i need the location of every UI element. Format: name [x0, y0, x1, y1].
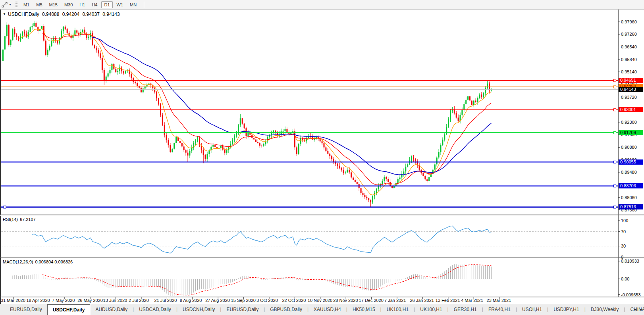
timeframe-button-h1[interactable]: H1 — [77, 1, 88, 8]
trendline-tool-icon — [2, 2, 8, 8]
trendline-tool-button[interactable]: ▼ — [2, 2, 12, 8]
chart-tabs-bar: EURUSD,DailyUSDCHF,DailyAUDUSD,Daily|USD… — [0, 304, 644, 315]
timeframe-toolbar: ▼ M1M5M15M30H1H4D1W1MN — [0, 0, 644, 10]
timeframe-button-m30[interactable]: M30 — [62, 1, 75, 8]
dropdown-caret-icon[interactable]: ▼ — [9, 3, 12, 6]
chart-tab-usoil-h1[interactable]: USOil,H1 — [517, 304, 547, 315]
chart-tab-usdcnh-daily[interactable]: USDCNH,Daily — [177, 304, 220, 315]
timeframe-buttons: M1M5M15M30H1H4D1W1MN — [21, 1, 141, 8]
chart-stage: ▼ USDCHF,Daily 0.94088 0.94204 0.94037 0… — [0, 0, 644, 315]
mt4-window: ▼ M1M5M15M30H1H4D1W1MN ▼ USDCHF,Daily 0.… — [0, 0, 644, 315]
chart-tab-gbpusd-daily[interactable]: GBPUSD,Daily — [265, 304, 307, 315]
chart-tab-hk50-m15[interactable]: HK50,M15 — [347, 304, 380, 315]
toolbar-separator — [144, 2, 144, 8]
chart-tab-eurusd-daily[interactable]: EURUSD,Daily — [221, 304, 264, 315]
chart-tabs: EURUSD,DailyUSDCHF,DailyAUDUSD,Daily|USD… — [5, 304, 644, 315]
timeframe-button-mn[interactable]: MN — [127, 1, 139, 8]
timeframe-button-m5[interactable]: M5 — [33, 1, 45, 8]
timeframe-button-d1[interactable]: D1 — [101, 1, 112, 8]
toolbar-grip-handle[interactable] — [15, 2, 17, 8]
chart-tab-xauusd-h4[interactable]: XAUUSD,H4 — [309, 304, 346, 315]
chart-tab-usdchf-daily[interactable]: USDCHF,Daily — [47, 304, 91, 315]
chart-tab-ger30-h1[interactable]: GER30,H1 — [449, 304, 482, 315]
chart-tab-uk100-h1[interactable]: UK100,H1 — [415, 304, 447, 315]
chart-tab-usdjpy-h1[interactable]: USDJPY,H1 — [548, 304, 584, 315]
timeframe-button-m15[interactable]: M15 — [46, 1, 60, 8]
price-chart-svg[interactable] — [0, 0, 644, 315]
chart-tab-dj30-weekly[interactable]: DJ30,Weekly — [586, 304, 624, 315]
chart-tab-eurusd-daily[interactable]: EURUSD,Daily — [5, 304, 47, 315]
chart-tab-uk100-h1[interactable]: UK100,H1 — [382, 304, 414, 315]
chart-tab-usdcad-daily[interactable]: USDCAD,Daily — [134, 304, 176, 315]
tab-scroll-left-icon[interactable]: ◄ — [633, 307, 637, 311]
chart-tab-fra40-h1[interactable]: FRA40,H1 — [483, 304, 516, 315]
timeframe-button-h4[interactable]: H4 — [89, 1, 100, 8]
tab-scroll-arrows: ◄ ► — [633, 304, 643, 315]
tab-scroll-right-icon[interactable]: ► — [639, 307, 643, 311]
timeframe-button-w1[interactable]: W1 — [114, 1, 126, 8]
timeframe-button-m1[interactable]: M1 — [21, 1, 32, 8]
chart-tab-audusd-daily[interactable]: AUDUSD,Daily — [90, 304, 133, 315]
